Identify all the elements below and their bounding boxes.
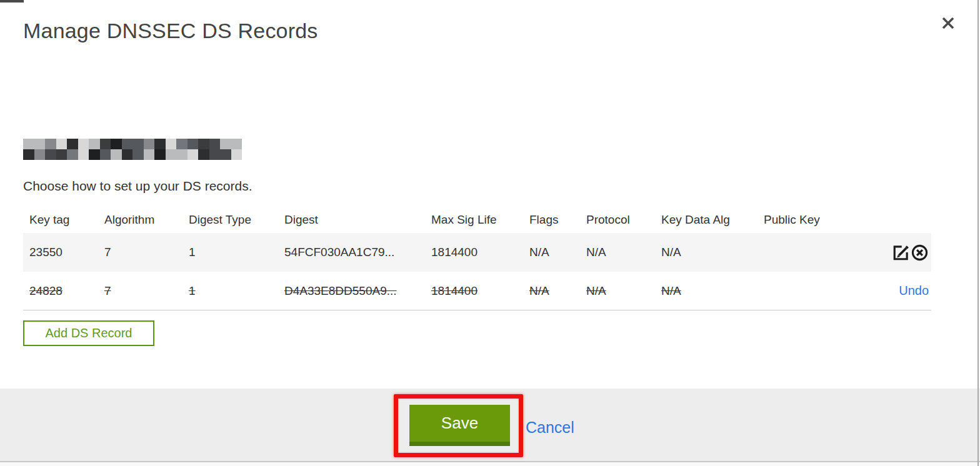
column-header-public-key: Public Key [764,213,888,227]
window-edge-artifact [0,0,24,2]
flags-value: N/A [529,284,586,298]
redaction-pixel [89,139,100,149]
redaction-pixel [188,139,199,149]
redaction-pixel [132,149,144,160]
digest-value: 54FCF030AA1C79... [284,245,431,259]
redaction-pixel [166,139,177,149]
redaction-pixel [231,149,242,160]
redaction-pixel [89,149,100,160]
cancel-link[interactable]: Cancel [526,419,574,437]
redaction-pixel [209,149,221,160]
table-row: 23550 7 1 54FCF030AA1C79... 1814400 N/A … [23,233,931,272]
ds-records-table: Key tag Algorithm Digest Type Digest Max… [23,206,931,310]
redaction-pixel [45,149,56,160]
redaction-pixel [176,139,188,149]
undo-link[interactable]: Undo [899,284,929,298]
key-data-alg-value: N/A [661,245,764,259]
redaction-pixel [56,139,68,149]
key-tag-value: 23550 [29,245,104,259]
column-header-max-sig-life: Max Sig Life [431,213,529,227]
column-header-flags: Flags [529,213,586,227]
redaction-pixel [209,139,221,149]
algorithm-value: 7 [104,245,189,259]
key-data-alg-value: N/A [661,284,764,298]
redaction-pixel [67,149,78,160]
redaction-pixel [154,139,166,149]
save-button[interactable]: Save [409,405,510,446]
redaction-pixel [67,139,78,149]
redaction-pixel [166,149,177,160]
delete-record-icon[interactable] [911,244,929,262]
redaction-pixel [122,139,133,149]
redaction-pixel [78,149,89,160]
redaction-pixel [188,149,199,160]
redaction-pixel [220,149,231,160]
column-header-algorithm: Algorithm [104,213,189,227]
redaction-pixel [23,149,34,160]
redaction-pixel [144,139,155,149]
page-title: Manage DNSSEC DS Records [23,19,318,43]
flags-value: N/A [529,245,586,259]
redaction-pixel [132,139,144,149]
digest-type-value: 1 [189,245,284,259]
redaction-pixel [231,139,242,149]
redaction-pixel [45,139,56,149]
max-sig-life-value: 1814400 [431,284,529,298]
add-ds-record-button[interactable]: Add DS Record [23,320,154,346]
redaction-pixel [176,149,188,160]
column-header-protocol: Protocol [586,213,661,227]
algorithm-value: 7 [104,284,189,298]
redaction-pixel [154,149,166,160]
redaction-pixel [100,149,111,160]
redaction-pixel [220,139,231,149]
close-icon[interactable] [938,12,959,34]
ds-records-instruction: Choose how to set up your DS records. [23,179,252,194]
max-sig-life-value: 1814400 [431,245,529,259]
redaction-pixel [34,139,46,149]
dialog-footer: Save Cancel [0,389,980,461]
digest-value: D4A33E8DD550A9... [284,284,431,298]
row-actions [888,244,931,262]
edit-record-icon[interactable] [892,244,910,262]
redaction-pixel [34,149,46,160]
protocol-value: N/A [586,245,661,259]
key-tag-value: 24828 [29,284,104,298]
digest-type-value: 1 [189,284,284,298]
column-header-key-tag: Key tag [29,213,104,227]
redaction-pixel [78,139,89,149]
redaction-pixel [122,149,133,160]
table-row-deleted: 24828 7 1 D4A33E8DD550A9... 1814400 N/A … [23,272,931,310]
column-header-digest: Digest [284,213,431,227]
redaction-pixel [198,149,209,160]
redaction-pixel [111,139,122,149]
window-bottom-edge [0,462,980,466]
redaction-pixel [100,139,111,149]
column-header-key-data-alg: Key Data Alg [661,213,764,227]
protocol-value: N/A [586,284,661,298]
redaction-pixel [111,149,122,160]
redacted-domain-name [23,139,242,160]
redaction-pixel [56,149,68,160]
row-actions: Undo [888,284,931,298]
redaction-pixel [144,149,155,160]
window-right-border [978,0,979,466]
column-header-digest-type: Digest Type [189,213,284,227]
manage-dnssec-dialog: Manage DNSSEC DS Records Choose how to s… [0,0,980,466]
redaction-pixel [198,139,209,149]
redaction-pixel [23,139,34,149]
table-header-row: Key tag Algorithm Digest Type Digest Max… [23,206,931,233]
